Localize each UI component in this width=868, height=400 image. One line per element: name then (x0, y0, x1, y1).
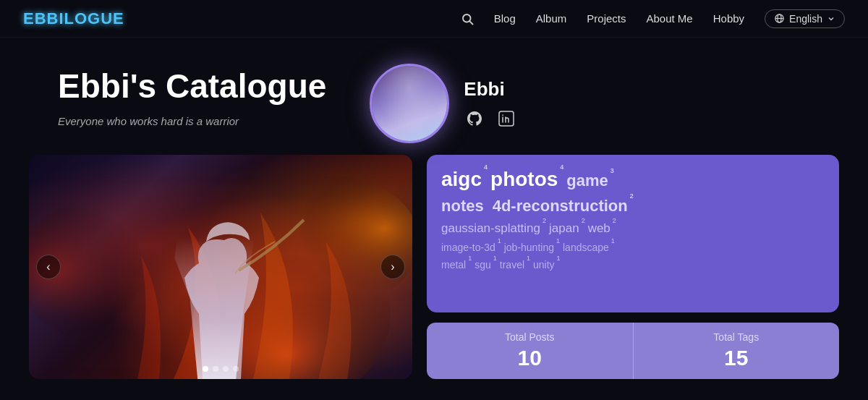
tag-notes[interactable]: notes (441, 197, 484, 216)
carousel-dot-2[interactable] (213, 366, 218, 372)
tag-web[interactable]: web2 (588, 221, 610, 236)
stat-posts: Total Posts 10 (427, 323, 634, 379)
flame-decoration (29, 155, 412, 379)
tags-row-2: notes 4d-reconstruction2 (441, 197, 825, 216)
globe-icon (774, 13, 785, 24)
tags-row-5: metal1 sgu1 travel1 unity1 (441, 259, 825, 271)
navbar: EBBILOGUE Blog Album Projects About Me H… (0, 0, 868, 38)
linkedin-icon (498, 110, 515, 127)
nav-links: Blog Album Projects About Me Hobby (494, 12, 744, 25)
tag-4d-reconstruction[interactable]: 4d-reconstruction2 (493, 197, 628, 216)
carousel-dots (203, 366, 239, 372)
nav-blog[interactable]: Blog (494, 12, 516, 25)
hero-title: Ebbi's Catalogue (58, 68, 326, 105)
profile-name: Ebbi (464, 78, 517, 101)
brand-logo[interactable]: EBBILOGUE (23, 9, 124, 28)
search-button[interactable] (461, 12, 474, 25)
tags-row-3: gaussian-splatting2 japan2 web2 (441, 221, 825, 236)
carousel-dot-1[interactable] (203, 366, 208, 372)
tag-sgu[interactable]: sgu1 (475, 259, 491, 271)
language-label: English (789, 13, 822, 25)
tag-image-to-3d[interactable]: image-to-3d1 (441, 242, 495, 253)
next-arrow-icon: › (391, 260, 394, 273)
image-carousel: ‹ › (29, 155, 412, 379)
hero-profile: Ebbi (370, 61, 517, 143)
language-button[interactable]: English (765, 9, 845, 28)
github-icon (466, 110, 483, 127)
hero-subtitle: Everyone who works hard is a warrior (58, 115, 326, 127)
hero-text: Ebbi's Catalogue Everyone who works hard… (58, 61, 326, 127)
prev-arrow-icon: ‹ (46, 260, 50, 273)
tags-row-1: aigc4 photos4 game3 (441, 168, 825, 191)
tag-unity[interactable]: unity1 (533, 259, 555, 271)
nav-right: Blog Album Projects About Me Hobby Engli… (461, 9, 845, 28)
linkedin-link[interactable] (495, 108, 517, 129)
tag-travel[interactable]: travel1 (500, 259, 524, 271)
tag-landscape[interactable]: landscape1 (563, 242, 609, 253)
main-content: ‹ › aigc4 photos4 game3 notes 4d-reconst… (0, 143, 868, 379)
tag-job-hunting[interactable]: job-hunting1 (504, 242, 554, 253)
tags-row-4: image-to-3d1 job-hunting1 landscape1 (441, 242, 825, 253)
carousel-prev-button[interactable]: ‹ (36, 255, 61, 279)
nav-projects[interactable]: Projects (587, 12, 626, 25)
posts-value: 10 (518, 346, 542, 370)
social-links (464, 108, 517, 129)
tags-cloud: aigc4 photos4 game3 notes 4d-reconstruct… (427, 155, 839, 312)
tags-value: 15 (724, 346, 748, 370)
tag-gaussian-splatting[interactable]: gaussian-splatting2 (441, 221, 540, 236)
carousel-image (29, 155, 412, 379)
carousel-dot-4[interactable] (233, 366, 239, 372)
tag-japan[interactable]: japan2 (549, 221, 579, 236)
right-panel: aigc4 photos4 game3 notes 4d-reconstruct… (427, 155, 839, 379)
posts-label: Total Posts (505, 331, 554, 343)
github-link[interactable] (464, 108, 485, 129)
carousel-dot-3[interactable] (223, 366, 229, 372)
tag-photos[interactable]: photos4 (490, 168, 558, 191)
nav-hobby[interactable]: Hobby (713, 12, 744, 25)
tag-metal[interactable]: metal1 (441, 259, 466, 271)
nav-about-me[interactable]: About Me (647, 12, 693, 25)
avatar-image (372, 66, 447, 141)
stats-bar: Total Posts 10 Total Tags 15 (427, 323, 839, 379)
stat-tags: Total Tags 15 (634, 323, 840, 379)
svg-line-1 (469, 21, 472, 24)
hero-section: Ebbi's Catalogue Everyone who works hard… (0, 38, 868, 143)
nav-album[interactable]: Album (536, 12, 567, 25)
chevron-down-icon (827, 14, 835, 23)
avatar (370, 64, 449, 143)
tags-label: Total Tags (713, 331, 759, 343)
search-icon (461, 12, 474, 25)
carousel-next-button[interactable]: › (380, 255, 405, 279)
profile-info: Ebbi (464, 78, 517, 129)
tag-aigc[interactable]: aigc4 (441, 168, 482, 191)
tag-game[interactable]: game3 (566, 171, 608, 190)
